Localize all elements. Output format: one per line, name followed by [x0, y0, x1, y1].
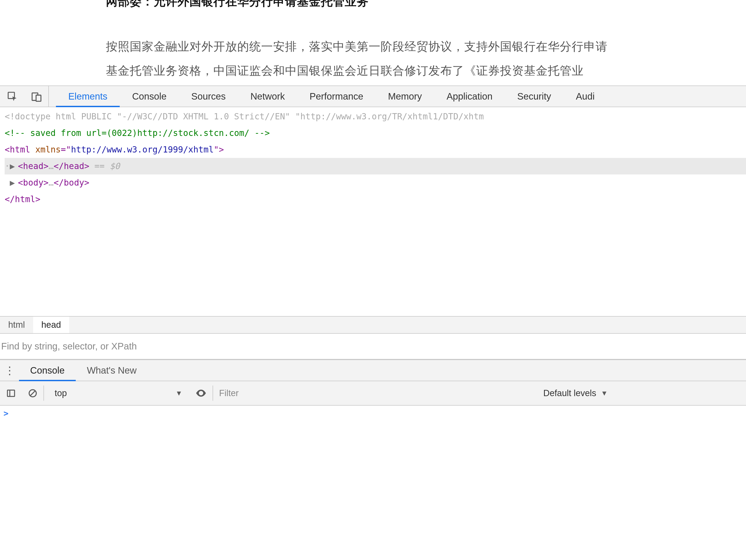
chevron-down-icon: ▼	[601, 389, 608, 397]
log-levels-dropdown[interactable]: Default levels ▼	[536, 388, 615, 398]
devtools-panel: Elements Console Sources Network Perform…	[0, 85, 746, 560]
svg-rect-3	[7, 390, 15, 396]
dom-body-node[interactable]: ▶<body>…</body>	[5, 174, 746, 191]
tab-network[interactable]: Network	[238, 86, 297, 107]
context-selector[interactable]: top ▼	[44, 381, 190, 405]
tab-performance[interactable]: Performance	[297, 86, 376, 107]
live-expression-icon[interactable]	[190, 389, 212, 397]
crumb-head[interactable]: head	[33, 317, 69, 333]
drawer-tab-whatsnew[interactable]: What's New	[76, 360, 148, 381]
clear-console-icon[interactable]	[22, 381, 44, 405]
inspect-element-icon[interactable]	[0, 86, 24, 107]
console-sidebar-toggle-icon[interactable]	[0, 381, 22, 405]
drawer-kebab-icon[interactable]: ⋮	[0, 364, 19, 377]
dom-html-open[interactable]: <html xmlns="http://www.w3.org/1999/xhtm…	[5, 141, 746, 158]
tab-security[interactable]: Security	[505, 86, 564, 107]
dom-tree[interactable]: <!doctype html PUBLIC "-//W3C//DTD XHTML…	[0, 107, 746, 316]
find-input[interactable]	[1, 341, 745, 352]
chevron-down-icon: ▼	[175, 389, 182, 397]
page-content-area: 网部委：允许外国银行在华分行申请基金托管业务 按照国家金融业对外开放的统一安排，…	[0, 0, 746, 85]
log-levels-label: Default levels	[543, 388, 596, 398]
article-title: 网部委：允许外国银行在华分行申请基金托管业务	[106, 0, 746, 9]
article-line-2: 基金托管业务资格，中国证监会和中国银保监会近日联合修订发布了《证券投资基金托管业	[106, 59, 746, 83]
dom-html-close[interactable]: </html>	[5, 191, 746, 208]
drawer-tabs: ⋮ Console What's New	[0, 360, 746, 381]
article-body: 按照国家金融业对外开放的统一安排，落实中美第一阶段经贸协议，支持外国银行在华分行…	[106, 34, 746, 83]
console-filter	[213, 388, 536, 398]
device-toolbar-icon[interactable]	[24, 86, 49, 107]
svg-line-6	[30, 391, 35, 395]
console-filter-input[interactable]	[219, 388, 530, 398]
devtools-tabstrip: Elements Console Sources Network Perform…	[0, 86, 746, 107]
tab-memory[interactable]: Memory	[376, 86, 434, 107]
console-body[interactable]: >	[0, 406, 746, 560]
context-label: top	[55, 388, 67, 398]
console-prompt-icon: >	[3, 409, 8, 418]
drawer-tab-console[interactable]: Console	[19, 360, 76, 381]
tab-sources[interactable]: Sources	[179, 86, 238, 107]
console-drawer: ⋮ Console What's New top ▼	[0, 359, 746, 560]
tab-audits[interactable]: Audi	[564, 86, 607, 107]
dom-comment[interactable]: <!-- saved from url=(0022)http://stock.s…	[5, 125, 746, 141]
tab-application[interactable]: Application	[434, 86, 505, 107]
tab-console[interactable]: Console	[120, 86, 179, 107]
dom-breadcrumb: html head	[0, 316, 746, 334]
svg-rect-2	[36, 95, 41, 101]
dom-head-node[interactable]: ·▶<head>…</head> == $0	[5, 158, 746, 174]
tab-elements[interactable]: Elements	[56, 86, 120, 107]
find-bar	[0, 334, 746, 359]
article-line-1: 按照国家金融业对外开放的统一安排，落实中美第一阶段经贸协议，支持外国银行在华分行…	[106, 34, 746, 59]
dom-doctype[interactable]: <!doctype html PUBLIC "-//W3C//DTD XHTML…	[5, 108, 746, 125]
console-toolbar: top ▼ Default levels ▼	[0, 381, 746, 406]
crumb-html[interactable]: html	[0, 317, 33, 333]
svg-point-7	[200, 392, 202, 394]
